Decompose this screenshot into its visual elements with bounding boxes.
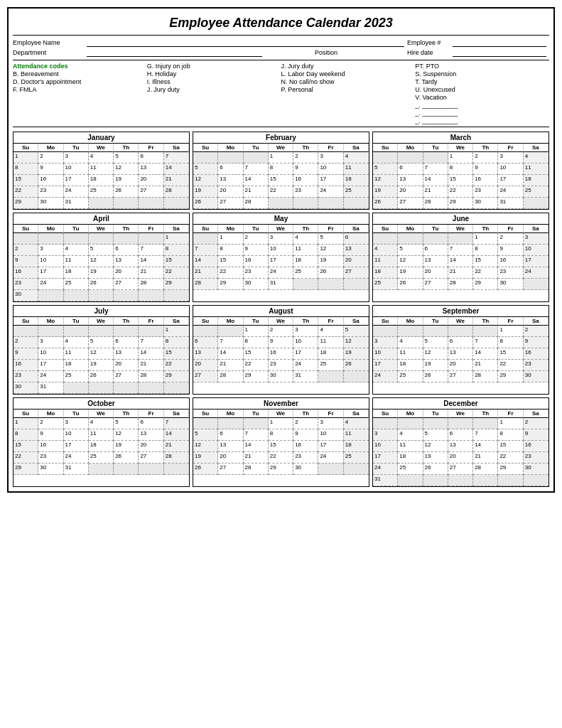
cal-cell-day-27[interactable]: 27 (344, 267, 369, 279)
cal-cell-day-9[interactable]: 9 (293, 429, 318, 441)
cal-cell-day-9[interactable]: 9 (269, 337, 293, 348)
cal-cell-day-13[interactable]: 13 (114, 348, 139, 360)
cal-cell-day-16[interactable]: 16 (13, 267, 38, 279)
cal-cell-day-22[interactable]: 22 (448, 186, 473, 198)
cal-cell-day-4[interactable]: 4 (344, 152, 369, 164)
cal-cell-day-7[interactable]: 7 (193, 245, 218, 256)
cal-cell-day-28[interactable]: 28 (448, 279, 473, 290)
cal-cell-day-19[interactable]: 19 (398, 267, 423, 279)
cal-cell-day-24[interactable]: 24 (293, 360, 318, 371)
cal-cell-day-3[interactable]: 3 (318, 152, 343, 164)
cal-cell-day-10[interactable]: 10 (373, 441, 398, 452)
cal-cell-day-12[interactable]: 12 (423, 441, 448, 452)
cal-cell-day-26[interactable]: 26 (344, 360, 369, 371)
cal-cell-day-2[interactable]: 2 (38, 152, 63, 164)
cal-cell-day-13[interactable]: 13 (114, 256, 139, 267)
cal-cell-day-10[interactable]: 10 (269, 245, 293, 256)
cal-cell-day-30[interactable]: 30 (293, 464, 318, 475)
cal-cell-day-15[interactable]: 15 (218, 256, 243, 267)
cal-cell-day-16[interactable]: 16 (244, 256, 269, 267)
cal-cell-day-29[interactable]: 29 (498, 371, 523, 382)
cal-cell-day-21[interactable]: 21 (139, 267, 163, 279)
cal-cell-day-1[interactable]: 1 (498, 418, 523, 429)
cal-cell-day-24[interactable]: 24 (373, 464, 398, 475)
cal-cell-day-16[interactable]: 16 (38, 175, 63, 186)
cal-cell-day-18[interactable]: 18 (64, 267, 89, 279)
cal-cell-day-28[interactable]: 28 (139, 279, 163, 290)
cal-cell-day-17[interactable]: 17 (293, 348, 318, 360)
cal-cell-day-12[interactable]: 12 (423, 348, 448, 360)
cal-cell-day-1[interactable]: 1 (448, 152, 473, 164)
cal-cell-day-18[interactable]: 18 (64, 360, 89, 371)
cal-cell-day-31[interactable]: 31 (38, 382, 63, 394)
cal-cell-day-12[interactable]: 12 (344, 337, 369, 348)
cal-cell-day-29[interactable]: 29 (13, 198, 38, 209)
cal-cell-day-27[interactable]: 27 (218, 464, 243, 475)
cal-cell-day-11[interactable]: 11 (293, 245, 318, 256)
cal-cell-day-3[interactable]: 3 (269, 233, 293, 245)
cal-cell-day-20[interactable]: 20 (423, 267, 448, 279)
cal-cell-day-27[interactable]: 27 (114, 371, 139, 382)
cal-cell-day-14[interactable]: 14 (448, 256, 473, 267)
cal-cell-day-26[interactable]: 26 (89, 371, 114, 382)
cal-cell-day-8[interactable]: 8 (244, 337, 269, 348)
cal-cell-day-30[interactable]: 30 (38, 198, 63, 209)
cal-cell-day-9[interactable]: 9 (13, 348, 38, 360)
cal-cell-day-8[interactable]: 8 (448, 164, 473, 175)
cal-cell-day-27[interactable]: 27 (448, 464, 473, 475)
cal-cell-day-7[interactable]: 7 (423, 164, 448, 175)
cal-cell-day-20[interactable]: 20 (398, 186, 423, 198)
cal-cell-day-6[interactable]: 6 (448, 429, 473, 441)
cal-cell-day-23[interactable]: 23 (244, 267, 269, 279)
cal-cell-day-10[interactable]: 10 (373, 348, 398, 360)
cal-cell-day-2[interactable]: 2 (269, 326, 293, 337)
cal-cell-day-21[interactable]: 21 (423, 186, 448, 198)
cal-cell-day-13[interactable]: 13 (218, 175, 243, 186)
cal-cell-day-22[interactable]: 22 (498, 360, 523, 371)
cal-cell-day-10[interactable]: 10 (498, 164, 523, 175)
cal-cell-day-5[interactable]: 5 (89, 337, 114, 348)
cal-cell-day-17[interactable]: 17 (269, 256, 293, 267)
cal-cell-day-29[interactable]: 29 (13, 464, 38, 475)
cal-cell-day-3[interactable]: 3 (293, 326, 318, 337)
cal-cell-day-27[interactable]: 27 (139, 452, 163, 464)
cal-cell-day-14[interactable]: 14 (423, 175, 448, 186)
cal-cell-day-10[interactable]: 10 (318, 164, 343, 175)
cal-cell-day-31[interactable]: 31 (64, 198, 89, 209)
cal-cell-day-16[interactable]: 16 (473, 175, 498, 186)
cal-cell-day-11[interactable]: 11 (64, 256, 89, 267)
cal-cell-day-15[interactable]: 15 (473, 256, 498, 267)
cal-cell-day-26[interactable]: 26 (423, 464, 448, 475)
cal-cell-day-13[interactable]: 13 (139, 164, 163, 175)
cal-cell-day-25[interactable]: 25 (344, 186, 369, 198)
cal-cell-day-23[interactable]: 23 (473, 186, 498, 198)
cal-cell-day-24[interactable]: 24 (269, 267, 293, 279)
cal-cell-day-30[interactable]: 30 (13, 382, 38, 394)
cal-cell-day-30[interactable]: 30 (269, 371, 293, 382)
cal-cell-day-4[interactable]: 4 (398, 429, 423, 441)
cal-cell-day-26[interactable]: 26 (373, 198, 398, 209)
cal-cell-day-28[interactable]: 28 (139, 371, 163, 382)
cal-cell-day-27[interactable]: 27 (139, 186, 163, 198)
cal-cell-day-8[interactable]: 8 (13, 164, 38, 175)
cal-cell-day-3[interactable]: 3 (64, 152, 89, 164)
cal-cell-day-8[interactable]: 8 (473, 245, 498, 256)
cal-cell-day-25[interactable]: 25 (344, 452, 369, 464)
cal-cell-day-18[interactable]: 18 (344, 175, 369, 186)
cal-cell-day-1[interactable]: 1 (498, 326, 523, 337)
cal-cell-day-9[interactable]: 9 (13, 256, 38, 267)
cal-cell-day-7[interactable]: 7 (164, 152, 189, 164)
cal-cell-day-26[interactable]: 26 (398, 279, 423, 290)
cal-cell-day-23[interactable]: 23 (269, 360, 293, 371)
cal-cell-day-16[interactable]: 16 (524, 348, 549, 360)
cal-cell-day-11[interactable]: 11 (64, 348, 89, 360)
cal-cell-day-20[interactable]: 20 (218, 452, 243, 464)
cal-cell-day-17[interactable]: 17 (318, 175, 343, 186)
cal-cell-day-21[interactable]: 21 (448, 267, 473, 279)
cal-cell-day-20[interactable]: 20 (218, 186, 243, 198)
cal-cell-day-18[interactable]: 18 (89, 441, 114, 452)
cal-cell-day-22[interactable]: 22 (164, 360, 189, 371)
cal-cell-day-6[interactable]: 6 (139, 418, 163, 429)
cal-cell-day-11[interactable]: 11 (318, 337, 343, 348)
cal-cell-day-2[interactable]: 2 (38, 418, 63, 429)
